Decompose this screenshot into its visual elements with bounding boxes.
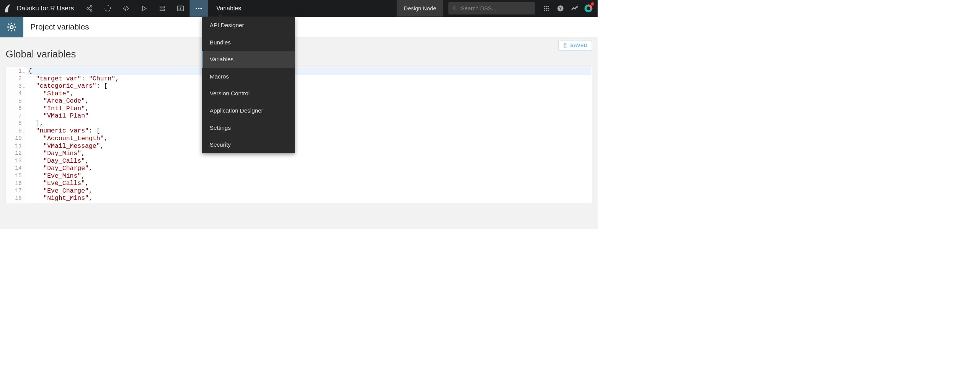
share-icon[interactable] — [80, 0, 99, 17]
svg-point-22 — [546, 8, 547, 9]
gutter-line: 5 — [6, 97, 24, 105]
svg-marker-6 — [142, 6, 146, 10]
dropdown-item-settings[interactable]: Settings — [202, 119, 295, 136]
gutter-line: 6 — [6, 105, 24, 113]
editor-code-area[interactable]: { "target_var": "Churn", "categoric_vars… — [26, 67, 592, 203]
top-icon-group — [80, 0, 208, 17]
svg-point-1 — [90, 5, 92, 7]
topbar-right: Design Node ? — [397, 0, 598, 17]
svg-point-18 — [544, 6, 545, 7]
dropdown-item-api-designer[interactable]: API Designer — [202, 17, 295, 34]
svg-point-25 — [546, 10, 547, 11]
gutter-line: 1 — [6, 67, 24, 75]
jobs-status-icon[interactable] — [581, 0, 596, 17]
gutter-line: 18 — [6, 195, 24, 202]
code-line[interactable]: "Day_Calls", — [28, 157, 592, 165]
design-node-label[interactable]: Design Node — [397, 0, 443, 17]
code-line[interactable]: ], — [28, 120, 592, 128]
svg-point-0 — [87, 8, 89, 10]
svg-line-4 — [88, 9, 90, 10]
breadcrumb-current[interactable]: Variables — [208, 5, 250, 12]
dropdown-item-application-designer[interactable]: Application Designer — [202, 102, 295, 119]
page-title: Project variables — [23, 23, 89, 32]
dropdown-item-version-control[interactable]: Version Control — [202, 85, 295, 102]
code-editor[interactable]: 123456789101112131415161718 { "target_va… — [6, 66, 592, 203]
project-name[interactable]: Dataiku for R Users — [15, 5, 80, 12]
code-line[interactable]: "Eve_Mins", — [28, 172, 592, 180]
dataiku-logo[interactable] — [0, 0, 15, 17]
gutter-line: 2 — [6, 75, 24, 83]
code-line[interactable]: "Night_Mins", — [28, 195, 592, 202]
run-icon[interactable] — [135, 0, 154, 17]
lifecycle-icon[interactable] — [99, 0, 117, 17]
svg-point-20 — [547, 6, 549, 7]
dropdown-item-macros[interactable]: Macros — [202, 68, 295, 85]
svg-point-29 — [10, 26, 13, 29]
code-icon[interactable] — [117, 0, 135, 17]
code-line[interactable]: "target_var": "Churn", — [28, 75, 592, 83]
svg-rect-30 — [564, 44, 566, 45]
activity-icon[interactable] — [567, 0, 581, 17]
gutter-line: 11 — [6, 142, 24, 150]
code-line[interactable]: "State", — [28, 90, 592, 98]
code-line[interactable]: "Area_Code", — [28, 97, 592, 105]
gutter-line: 8 — [6, 120, 24, 128]
code-line[interactable]: "numeric_vars": [ — [28, 127, 592, 135]
search-box[interactable] — [448, 2, 535, 15]
apps-icon[interactable] — [539, 0, 554, 17]
save-icon — [563, 43, 568, 48]
svg-point-13 — [196, 8, 197, 9]
right-icons: ? — [535, 0, 598, 17]
gear-icon — [7, 22, 17, 32]
dashboard-icon[interactable] — [172, 0, 190, 17]
dropdown-item-variables[interactable]: Variables — [202, 51, 295, 68]
svg-rect-8 — [160, 9, 165, 11]
search-input[interactable] — [461, 5, 531, 11]
code-line[interactable]: "Eve_Calls", — [28, 180, 592, 187]
gutter-line: 3 — [6, 82, 24, 90]
gutter-line: 10 — [6, 135, 24, 142]
code-line[interactable]: "VMail_Message", — [28, 142, 592, 150]
top-navbar: Dataiku for R Users Variables Design Nod… — [0, 0, 598, 17]
subheader: Project variables — [0, 17, 598, 38]
code-line[interactable]: "Day_Charge", — [28, 165, 592, 172]
gutter-line: 17 — [6, 187, 24, 195]
svg-point-21 — [544, 8, 545, 9]
gutter-line: 14 — [6, 165, 24, 172]
gutter-line: 9 — [6, 127, 24, 135]
notification-badge — [591, 2, 594, 6]
saved-label: SAVED — [570, 43, 588, 49]
gutter-line: 4 — [6, 90, 24, 98]
svg-point-14 — [198, 8, 199, 9]
code-line[interactable]: "Intl_Plan", — [28, 105, 592, 113]
more-menu-dropdown: API DesignerBundlesVariablesMacrosVersio… — [202, 17, 295, 153]
code-line[interactable]: "Eve_Charge", — [28, 187, 592, 195]
help-icon[interactable]: ? — [554, 0, 568, 17]
svg-rect-31 — [564, 46, 566, 47]
search-icon — [452, 6, 457, 11]
code-line[interactable]: { — [28, 67, 591, 75]
svg-line-3 — [88, 7, 90, 8]
gutter-line: 13 — [6, 157, 24, 165]
svg-point-19 — [546, 6, 547, 7]
settings-gear-box[interactable] — [0, 17, 23, 38]
dropdown-item-bundles[interactable]: Bundles — [202, 34, 295, 51]
code-line[interactable]: "Account_Length", — [28, 135, 592, 142]
code-line[interactable]: "VMail_Plan" — [28, 112, 592, 120]
code-line[interactable]: "categoric_vars": [ — [28, 82, 592, 90]
svg-point-2 — [90, 10, 92, 11]
svg-line-17 — [456, 9, 457, 10]
svg-point-24 — [544, 10, 545, 11]
more-menu-button[interactable] — [190, 0, 208, 17]
dropdown-item-security[interactable]: Security — [202, 136, 295, 154]
svg-point-16 — [453, 7, 456, 10]
storage-icon[interactable] — [153, 0, 172, 17]
gutter-line: 12 — [6, 150, 24, 157]
svg-text:?: ? — [559, 6, 562, 11]
svg-point-26 — [547, 10, 549, 11]
code-line[interactable]: "Day_Mins", — [28, 150, 592, 157]
svg-point-23 — [547, 8, 549, 9]
gutter-line: 15 — [6, 172, 24, 180]
gutter-line: 7 — [6, 112, 24, 120]
saved-indicator: SAVED — [558, 41, 592, 51]
